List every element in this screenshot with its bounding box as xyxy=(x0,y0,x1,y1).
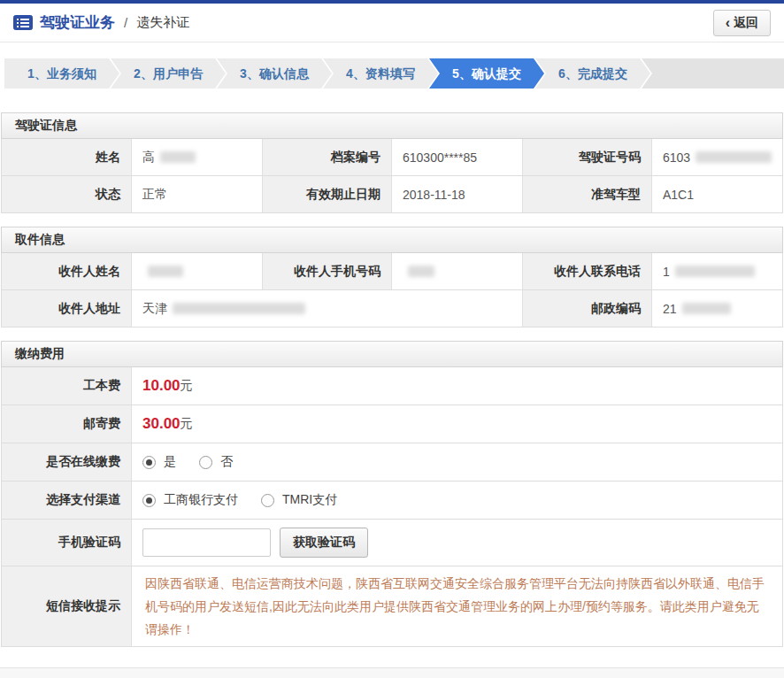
step-tab-2[interactable]: 2、用户申告 xyxy=(111,58,226,89)
field-label-name: 姓名 xyxy=(2,139,132,175)
table-row: 手机验证码 获取验证码 xyxy=(2,520,782,566)
field-value-name: 高 xyxy=(132,139,262,175)
redacted-value xyxy=(160,151,196,163)
step-tab-5-active[interactable]: 5、确认提交 xyxy=(429,58,544,89)
table-row: 是否在线缴费 是 否 xyxy=(2,443,782,482)
field-label-postage: 邮寄费 xyxy=(2,405,132,443)
field-value-file-no: 610300****85 xyxy=(392,139,522,175)
back-button-label: 返回 xyxy=(734,15,758,31)
field-label-sms-code: 手机验证码 xyxy=(2,520,132,566)
field-label-sms-notice: 短信接收提示 xyxy=(2,566,132,646)
section-license-info: 驾驶证信息 姓名 高 档案编号 610300****85 驾驶证号码 6103 … xyxy=(1,112,783,213)
postage-unit: 元 xyxy=(181,416,193,432)
radio-unchecked-icon xyxy=(199,456,212,469)
field-value-recipient-address: 天津 xyxy=(132,290,522,327)
action-footer: 上一步 完成 xyxy=(0,667,784,678)
field-label-online-pay: 是否在线缴费 xyxy=(2,443,132,481)
field-value-expiry: 2018-11-18 xyxy=(392,176,522,212)
redacted-value xyxy=(675,266,755,277)
field-value-online-pay: 是 否 xyxy=(132,443,782,481)
field-value-sms-notice: 因陕西省联通、电信运营商技术问题，陕西省互联网交通安全综合服务管理平台无法向持陕… xyxy=(132,566,782,646)
redacted-value xyxy=(173,303,305,314)
table-row: 选择支付渠道 工商银行支付 TMRI支付 xyxy=(2,482,782,520)
field-label-recipient-address: 收件人地址 xyxy=(2,290,132,327)
radio-online-yes[interactable]: 是 xyxy=(142,454,176,470)
field-value-status: 正常 xyxy=(132,176,262,212)
redacted-value xyxy=(408,266,434,277)
page-title: 驾驶证业务 xyxy=(40,12,115,33)
field-label-expiry: 有效期止日期 xyxy=(262,176,392,212)
step-tab-4[interactable]: 4、资料填写 xyxy=(323,58,438,89)
license-menu-icon xyxy=(13,15,33,30)
radio-channel-icbc[interactable]: 工商银行支付 xyxy=(142,492,238,508)
sms-notice-text: 因陕西省联通、电信运营商技术问题，陕西省互联网交通安全综合服务管理平台无法向持陕… xyxy=(142,566,772,646)
get-code-button[interactable]: 获取验证码 xyxy=(280,528,368,558)
breadcrumb-current: 遗失补证 xyxy=(136,14,189,31)
step-progress-bar: 1、业务须知 2、用户申告 3、确认信息 4、资料填写 5、确认提交 6、完成提… xyxy=(0,58,784,89)
field-value-cost: 10.00元 xyxy=(132,367,782,404)
field-label-status: 状态 xyxy=(2,176,132,212)
field-label-vehicle-class: 准驾车型 xyxy=(522,176,652,212)
section-title-payment: 缴纳费用 xyxy=(1,341,783,367)
step-bar-filler xyxy=(642,58,784,89)
table-row: 邮寄费 30.00元 xyxy=(2,405,782,443)
radio-unchecked-icon xyxy=(261,494,274,507)
cost-unit: 元 xyxy=(181,378,193,394)
section-pickup-info: 取件信息 收件人姓名 收件人手机号码 收件人联系电话 1 收件人地址 天津 邮政… xyxy=(1,227,783,327)
section-title-license: 驾驶证信息 xyxy=(1,112,783,139)
step-tab-6[interactable]: 6、完成提交 xyxy=(535,58,650,89)
field-value-vehicle-class: A1C1 xyxy=(652,176,782,212)
radio-online-no[interactable]: 否 xyxy=(199,454,233,470)
field-label-cost: 工本费 xyxy=(2,367,132,404)
field-value-postage: 30.00元 xyxy=(132,405,782,443)
field-value-postcode: 21 xyxy=(652,290,782,327)
step-tab-3[interactable]: 3、确认信息 xyxy=(217,58,332,89)
back-button[interactable]: ‹ 返回 xyxy=(713,10,771,36)
field-label-postcode: 邮政编码 xyxy=(522,290,652,327)
table-row: 工本费 10.00元 xyxy=(2,367,782,405)
sms-code-input[interactable] xyxy=(142,528,271,557)
redacted-value xyxy=(696,151,772,163)
radio-checked-icon xyxy=(142,456,156,469)
table-row: 短信接收提示 因陕西省联通、电信运营商技术问题，陕西省互联网交通安全综合服务管理… xyxy=(2,566,782,647)
field-label-recipient-phone: 收件人联系电话 xyxy=(522,253,652,289)
section-title-pickup: 取件信息 xyxy=(1,227,783,253)
field-value-recipient-name xyxy=(132,253,262,289)
postage-amount: 30.00 xyxy=(142,415,181,433)
breadcrumb-separator: / xyxy=(124,15,127,30)
page-header: 驾驶证业务 / 遗失补证 ‹ 返回 xyxy=(0,4,784,42)
back-chevron-icon: ‹ xyxy=(726,16,730,30)
radio-channel-tmri[interactable]: TMRI支付 xyxy=(261,492,337,508)
table-row: 状态 正常 有效期止日期 2018-11-18 准驾车型 A1C1 xyxy=(2,176,782,213)
field-value-sms-code: 获取验证码 xyxy=(132,520,782,566)
table-row: 姓名 高 档案编号 610300****85 驾驶证号码 6103 xyxy=(2,139,782,176)
field-value-recipient-phone: 1 xyxy=(652,253,782,289)
field-label-recipient-name: 收件人姓名 xyxy=(2,253,132,289)
cost-amount: 10.00 xyxy=(142,377,181,395)
field-value-license-no: 6103 xyxy=(652,139,782,175)
radio-checked-icon xyxy=(142,494,156,507)
field-value-recipient-mobile xyxy=(392,253,522,289)
field-label-license-no: 驾驶证号码 xyxy=(522,139,652,175)
field-label-file-no: 档案编号 xyxy=(262,139,392,175)
field-label-pay-channel: 选择支付渠道 xyxy=(2,482,132,519)
redacted-value xyxy=(682,303,731,314)
section-payment: 缴纳费用 工本费 10.00元 邮寄费 30.00元 是否在线缴费 是 否 选择… xyxy=(1,341,783,647)
table-row: 收件人姓名 收件人手机号码 收件人联系电话 1 xyxy=(2,253,782,290)
field-value-pay-channel: 工商银行支付 TMRI支付 xyxy=(132,482,782,519)
step-tab-1[interactable]: 1、业务须知 xyxy=(4,58,119,89)
table-row: 收件人地址 天津 邮政编码 21 xyxy=(2,290,782,327)
field-label-recipient-mobile: 收件人手机号码 xyxy=(262,253,392,289)
redacted-value xyxy=(148,266,183,277)
